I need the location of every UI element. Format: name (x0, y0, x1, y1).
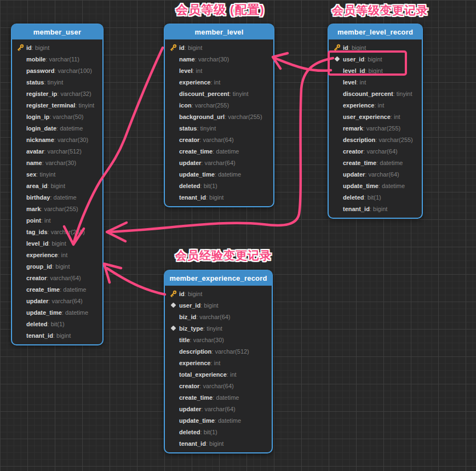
field-row-background_url[interactable]: background_urlvarchar(255) (165, 111, 273, 122)
field-row-birthday[interactable]: birthdaydatetime (12, 191, 102, 203)
field-row-login_ip[interactable]: login_ipvarchar(50) (12, 111, 102, 122)
field-row-description[interactable]: descriptionvarchar(512) (165, 345, 272, 357)
field-row-updater[interactable]: updatervarchar(64) (12, 295, 102, 307)
table-header[interactable]: member_level (164, 24, 274, 39)
field-row-creator[interactable]: creatorvarchar(64) (12, 272, 102, 283)
field-row-level[interactable]: levelint (165, 65, 273, 76)
field-row-icon[interactable]: iconvarchar(255) (165, 99, 273, 111)
field-row-tag_ids[interactable]: tag_idsvarchar(255) (12, 226, 102, 237)
field-row-id[interactable]: idbigint (165, 42, 273, 53)
field-name: id (343, 44, 348, 51)
field-row-deleted[interactable]: deletedbit(1) (165, 180, 273, 191)
field-row-create_time[interactable]: create_timedatetime (329, 157, 422, 168)
field-row-discount_percent[interactable]: discount_percenttinyint (165, 88, 273, 99)
field-row-deleted[interactable]: deletedbit(1) (329, 191, 422, 203)
table-header[interactable]: member_experience_record (164, 270, 272, 286)
field-type: varchar(64) (196, 314, 230, 320)
field-row-id[interactable]: idbigint (165, 288, 272, 299)
field-type: datetime (376, 160, 403, 166)
field-row-point[interactable]: pointint (12, 214, 102, 226)
field-type: varchar(255) (192, 102, 229, 109)
field-row-group_id[interactable]: group_idbigint (12, 260, 102, 272)
field-row-total_experience[interactable]: total_experienceint (165, 368, 272, 380)
field-type: varchar(255) (225, 114, 262, 120)
field-type: bigint (206, 194, 223, 201)
field-row-updater[interactable]: updatervarchar(64) (329, 168, 422, 180)
table-member_user[interactable]: member_user idbigintmobilevarchar(11)pas… (11, 24, 104, 345)
field-row-name[interactable]: namevarchar(30) (165, 53, 273, 65)
field-name: updater (26, 298, 48, 304)
field-name: icon (179, 102, 192, 109)
field-row-status[interactable]: statustinyint (165, 122, 273, 134)
field-type: varchar(64) (47, 275, 81, 281)
field-row-experience[interactable]: experienceint (329, 99, 422, 111)
field-row-creator[interactable]: creatorvarchar(64) (329, 145, 422, 157)
field-row-tenant_id[interactable]: tenant_idbigint (12, 330, 102, 341)
field-row-password[interactable]: passwordvarchar(100) (12, 65, 102, 76)
field-row-id[interactable]: idbigint (329, 42, 422, 53)
field-row-user_id[interactable]: user_idbigint (329, 53, 422, 65)
field-type: datetime (213, 148, 239, 155)
field-type: bigint (52, 263, 70, 270)
field-row-biz_type[interactable]: biz_typetinyint (165, 322, 272, 334)
field-row-tenant_id[interactable]: tenant_idbigint (165, 191, 273, 203)
field-row-description[interactable]: descriptionvarchar(255) (329, 134, 422, 145)
field-row-update_time[interactable]: update_timedatetime (165, 415, 272, 426)
field-row-user_id[interactable]: user_idbigint (165, 299, 272, 311)
field-row-experience[interactable]: experienceint (165, 357, 272, 368)
field-row-avatar[interactable]: avatarvarchar(512) (12, 145, 102, 157)
field-row-mark[interactable]: markvarchar(255) (12, 203, 102, 214)
field-row-update_time[interactable]: update_timedatetime (165, 168, 273, 180)
field-row-remark[interactable]: remarkvarchar(255) (329, 122, 422, 134)
table-member_experience_record[interactable]: member_experience_record idbigintuser_id… (164, 270, 273, 453)
field-row-area_id[interactable]: area_idbigint (12, 180, 102, 191)
table-header[interactable]: member_user (12, 24, 103, 39)
field-name: name (26, 160, 42, 166)
field-row-deleted[interactable]: deletedbit(1) (12, 318, 102, 330)
field-row-updater[interactable]: updatervarchar(64) (165, 403, 272, 415)
table-member_level[interactable]: member_level idbigintnamevarchar(30)leve… (164, 24, 274, 207)
field-row-sex[interactable]: sextinyint (12, 168, 102, 180)
field-name: tenant_id (26, 332, 53, 339)
field-row-login_date[interactable]: login_datedatetime (12, 122, 102, 134)
field-row-register_ip[interactable]: register_ipvarchar(32) (12, 88, 102, 99)
field-row-tenant_id[interactable]: tenant_idbigint (329, 203, 422, 214)
field-row-biz_id[interactable]: biz_idvarchar(64) (165, 311, 272, 322)
field-row-experience[interactable]: experienceint (12, 249, 102, 260)
field-row-create_time[interactable]: create_timedatetime (165, 145, 273, 157)
field-row-name[interactable]: namevarchar(30) (12, 157, 102, 168)
field-type: varchar(64) (201, 160, 235, 166)
diagram-canvas[interactable]: 会员等级 (配置) 会员等级变更记录 会员经验变更记录 member_user … (0, 0, 476, 471)
field-row-update_time[interactable]: update_timedatetime (12, 307, 102, 318)
field-row-user_experience[interactable]: user_experienceint (329, 111, 422, 122)
field-type: datetime (215, 417, 241, 424)
field-name: level (179, 67, 192, 74)
field-row-register_terminal[interactable]: register_terminaltinyint (12, 99, 102, 111)
field-row-tenant_id[interactable]: tenant_idbigint (165, 438, 272, 449)
field-row-create_time[interactable]: create_timedatetime (12, 283, 102, 295)
field-type: varchar(50) (49, 114, 83, 120)
field-row-status[interactable]: statustinyint (12, 76, 102, 88)
field-row-mobile[interactable]: mobilevarchar(11) (12, 53, 102, 65)
field-row-level[interactable]: levelint (329, 76, 422, 88)
field-name: create_time (26, 286, 60, 293)
primary-key-icon (168, 290, 179, 297)
field-name: biz_type (179, 325, 203, 332)
field-row-creator[interactable]: creatorvarchar(64) (165, 134, 273, 145)
field-name: register_ip (26, 90, 57, 97)
table-header[interactable]: member_level_record (328, 24, 422, 39)
field-row-discount_percent[interactable]: discount_percenttinyint (329, 88, 422, 99)
field-row-deleted[interactable]: deletedbit(1) (165, 426, 272, 438)
field-row-create_time[interactable]: create_timedatetime (165, 391, 272, 403)
field-row-level_id[interactable]: level_idbigint (329, 65, 422, 76)
field-row-experience[interactable]: experienceint (165, 76, 273, 88)
field-row-level_id[interactable]: level_idbigint (12, 237, 102, 249)
field-row-title[interactable]: titlevarchar(30) (165, 334, 272, 345)
field-row-update_time[interactable]: update_timedatetime (329, 180, 422, 191)
field-row-updater[interactable]: updatervarchar(64) (165, 157, 273, 168)
table-member_level_record[interactable]: member_level_record idbigintuser_idbigin… (328, 24, 423, 219)
field-name: deleted (26, 321, 48, 327)
field-row-creator[interactable]: creatorvarchar(64) (165, 380, 272, 391)
field-row-nickname[interactable]: nicknamevarchar(30) (12, 134, 102, 145)
field-row-id[interactable]: idbigint (12, 42, 102, 53)
